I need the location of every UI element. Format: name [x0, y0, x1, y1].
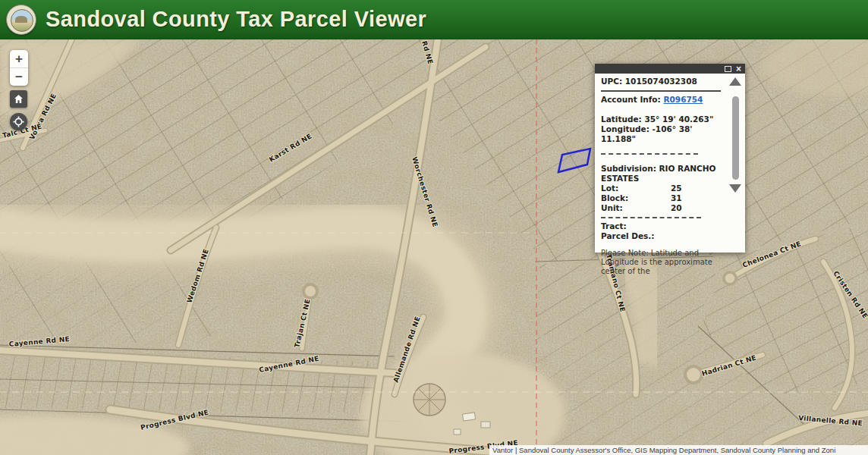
upc-label: UPC: [601, 77, 622, 86]
app-header: Sandoval County Tax Parcel Viewer [0, 0, 868, 39]
home-icon [14, 94, 24, 104]
parcel-des-row: Parcel Des.: [601, 231, 721, 241]
cul-de-sac [685, 366, 702, 383]
lot-label: Lot: [601, 184, 671, 193]
maximize-icon[interactable] [725, 66, 731, 72]
unit-row: Unit: 20 [601, 203, 721, 213]
divider-dashed [601, 217, 701, 218]
lot-value: 25 [671, 184, 682, 193]
account-row: Account Info: R096754 [601, 95, 721, 105]
account-label: Account Info: [601, 95, 661, 104]
scrollbar-thumb[interactable] [732, 96, 739, 180]
lot-row: Lot: 25 [601, 184, 721, 193]
map-attribution: Vantor | Sandoval County Assessor's Offi… [489, 445, 868, 455]
unit-label: Unit: [601, 203, 671, 213]
zoom-in-button[interactable]: + [10, 50, 28, 67]
parcel-info-popup: × UPC: 1015074032308 Account Info: R0967… [595, 64, 745, 253]
cul-de-sac [303, 284, 317, 298]
divider-solid [601, 90, 721, 92]
zoom-out-button[interactable]: − [10, 67, 28, 86]
latitude-value: 35° 19' 40.263" [644, 115, 713, 124]
divider-dashed [601, 153, 698, 155]
latitude-label: Latitude: [601, 115, 642, 124]
scroll-up-icon[interactable] [729, 77, 741, 86]
tract-label: Tract: [601, 221, 627, 231]
zoom-control: + − [10, 50, 28, 86]
subdivision-row: Subdivision: RIO RANCHO ESTATES [601, 164, 716, 184]
scroll-down-icon[interactable] [729, 184, 741, 193]
upc-value: 1015074032308 [625, 77, 697, 86]
county-seal-logo [6, 5, 36, 35]
locate-icon [13, 116, 24, 127]
home-button[interactable] [10, 90, 27, 108]
latitude-row: Latitude: 35° 19' 40.263" [601, 115, 721, 124]
block-label: Block: [601, 193, 671, 203]
account-link[interactable]: R096754 [663, 95, 703, 104]
longitude-label: Longitude: [601, 124, 649, 133]
parcel-des-label: Parcel Des.: [601, 231, 655, 240]
page-title: Sandoval County Tax Parcel Viewer [46, 7, 426, 32]
tract-row: Tract: [601, 221, 721, 231]
popup-note: Please Note: Latitude and Longitude is t… [601, 249, 718, 276]
block-row: Block: 31 [601, 193, 721, 203]
popup-titlebar[interactable]: × [595, 64, 745, 74]
popup-scrollbar [728, 75, 743, 250]
popup-body: UPC: 1015074032308 Account Info: R096754… [595, 74, 745, 253]
unit-value: 20 [671, 203, 682, 213]
subdivision-label: Subdivision: [601, 164, 656, 173]
upc-row: UPC: 1015074032308 [601, 77, 721, 86]
cul-de-sac [724, 272, 736, 284]
close-icon[interactable]: × [736, 65, 741, 73]
longitude-row: Longitude: -106° 38' 11.188" [601, 124, 721, 144]
block-value: 31 [671, 193, 682, 203]
locate-button[interactable] [10, 113, 27, 130]
